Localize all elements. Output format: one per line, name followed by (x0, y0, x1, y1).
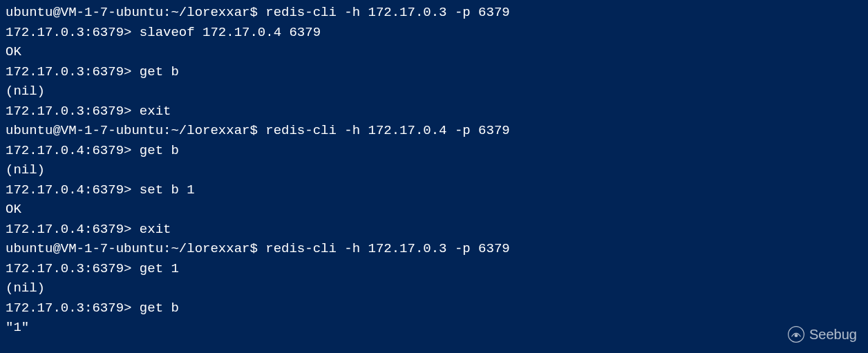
terminal-line: 172.17.0.4:6379> get b (6, 141, 862, 161)
watermark: Seebug (787, 324, 857, 345)
watermark-text: Seebug (809, 324, 857, 345)
terminal-line: 172.17.0.3:6379> slaveof 172.17.0.4 6379 (6, 23, 862, 43)
seebug-icon (787, 325, 805, 343)
svg-point-1 (795, 334, 798, 337)
terminal-line: (nil) (6, 160, 862, 180)
terminal-line: OK (6, 200, 862, 220)
terminal-line: 172.17.0.4:6379> exit (6, 220, 862, 240)
terminal-line: ubuntu@VM-1-7-ubuntu:~/lorexxar$ redis-c… (6, 239, 862, 259)
terminal-line: 172.17.0.3:6379> get b (6, 298, 862, 318)
terminal-output: ubuntu@VM-1-7-ubuntu:~/lorexxar$ redis-c… (6, 3, 862, 338)
terminal-line: 172.17.0.3:6379> get b (6, 62, 862, 82)
terminal-line: (nil) (6, 278, 862, 298)
terminal-line: 172.17.0.4:6379> set b 1 (6, 180, 862, 200)
terminal-line: OK (6, 42, 862, 62)
terminal-line: ubuntu@VM-1-7-ubuntu:~/lorexxar$ redis-c… (6, 121, 862, 141)
terminal-line: "1" (6, 318, 862, 338)
terminal-line: (nil) (6, 82, 862, 102)
terminal-line: 172.17.0.3:6379> get 1 (6, 259, 862, 279)
terminal-line: ubuntu@VM-1-7-ubuntu:~/lorexxar$ redis-c… (6, 3, 862, 23)
terminal-line: 172.17.0.3:6379> exit (6, 102, 862, 122)
